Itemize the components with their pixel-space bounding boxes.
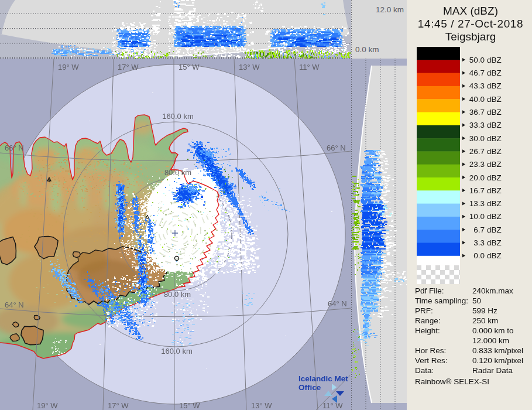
svg-text:Range:: Range: [415,316,441,325]
svg-text:dBZ: dBZ [487,81,502,90]
svg-text:dBZ: dBZ [487,186,502,195]
svg-text:13° W: 13° W [239,63,260,71]
svg-text:dBZ: dBZ [487,238,502,247]
svg-text:30.0: 30.0 [469,134,485,143]
svg-text:6.7: 6.7 [473,226,485,234]
svg-text:Vert Res:: Vert Res: [415,356,448,365]
svg-text:Hor Res:: Hor Res: [415,346,446,355]
svg-text:17° W: 17° W [118,63,139,71]
svg-text:46.7: 46.7 [469,69,485,77]
svg-text:50: 50 [472,296,481,305]
svg-text:43.3: 43.3 [469,81,485,90]
svg-text:23.3: 23.3 [469,160,485,169]
svg-text:Office: Office [298,383,321,392]
svg-text:Height:: Height: [415,326,440,335]
svg-text:64° N: 64° N [328,299,347,308]
svg-text:3.3: 3.3 [473,238,485,247]
svg-text:19° W: 19° W [58,63,79,71]
svg-text:15° W: 15° W [179,63,200,71]
svg-text:66° N: 66° N [5,144,24,152]
svg-text:dBZ: dBZ [487,108,502,117]
svg-text:dBZ: dBZ [487,160,502,169]
svg-text:599 Hz: 599 Hz [472,306,497,315]
svg-text:12.0 km: 12.0 km [376,5,404,14]
svg-text:dBZ: dBZ [487,95,502,104]
svg-text:15° W: 15° W [179,401,200,410]
svg-text:11° W: 11° W [322,401,343,410]
svg-text:dBZ: dBZ [487,251,502,260]
svg-text:20.0: 20.0 [469,173,485,182]
svg-text:160.0 km: 160.0 km [162,112,193,121]
svg-text:19° W: 19° W [37,401,58,410]
svg-text:0.000 km to: 0.000 km to [472,326,514,335]
svg-text:11° W: 11° W [299,63,320,71]
svg-text:16.7: 16.7 [469,186,485,195]
svg-text:40.0: 40.0 [469,95,485,104]
svg-text:dBZ: dBZ [487,56,502,64]
svg-text:13° W: 13° W [251,401,272,410]
svg-text:Icelandic Met: Icelandic Met [298,374,348,383]
svg-text:Rainbow® SELEX-SI: Rainbow® SELEX-SI [415,377,489,386]
svg-text:50.0: 50.0 [469,56,485,64]
svg-text:26.7: 26.7 [469,147,485,156]
svg-text:12.000 km: 12.000 km [472,336,509,345]
svg-text:Radar Data: Radar Data [472,366,513,375]
svg-text:dBZ: dBZ [487,173,502,182]
svg-text:80.0 km: 80.0 km [164,168,191,177]
svg-text:MAX (dBZ): MAX (dBZ) [443,5,498,17]
svg-text:10.0: 10.0 [469,212,485,221]
svg-text:240km.max: 240km.max [472,286,513,295]
svg-text:13.3: 13.3 [469,199,485,208]
svg-text:17° W: 17° W [108,401,129,410]
svg-text:dBZ: dBZ [487,134,502,143]
svg-text:14:45 / 27-Oct-2018: 14:45 / 27-Oct-2018 [418,18,523,30]
svg-text:0.833 km/pixel: 0.833 km/pixel [472,346,523,355]
svg-text:160.0 km: 160.0 km [161,347,192,356]
svg-text:0.0 km: 0.0 km [355,45,379,54]
svg-text:64° N: 64° N [5,300,24,309]
svg-text:66° N: 66° N [327,144,346,152]
svg-text:Data:: Data: [415,366,434,375]
svg-text:0.0: 0.0 [473,251,485,260]
svg-text:Teigsbjarg: Teigsbjarg [445,30,496,43]
svg-text:33.3: 33.3 [469,121,485,129]
svg-text:dBZ: dBZ [487,226,502,234]
svg-text:PRF:: PRF: [415,306,433,315]
svg-text:dBZ: dBZ [487,69,502,77]
svg-text:dBZ: dBZ [487,199,502,208]
svg-text:Time sampling:: Time sampling: [415,296,468,305]
svg-text:dBZ: dBZ [487,212,502,221]
svg-text:80.0 km: 80.0 km [164,290,191,299]
svg-text:Pdf File:: Pdf File: [415,286,444,295]
svg-text:dBZ: dBZ [487,121,502,129]
svg-text:0.120 km/pixel: 0.120 km/pixel [472,356,523,365]
svg-text:dBZ: dBZ [487,147,502,156]
svg-text:36.7: 36.7 [469,108,485,117]
svg-text:250 km: 250 km [472,316,498,325]
